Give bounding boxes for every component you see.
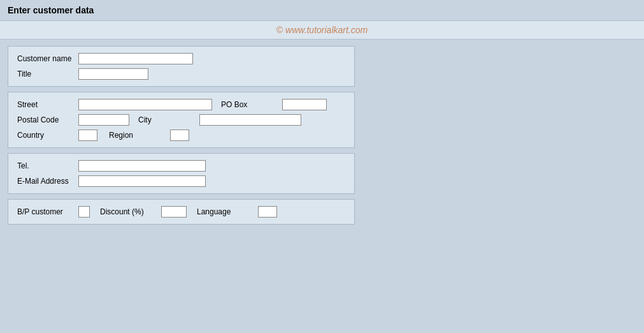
business-row: B/P customer Discount (%) Language (17, 206, 345, 218)
pobox-group: PO Box (221, 99, 327, 110)
bp-customer-label: B/P customer (17, 207, 75, 216)
discount-group: Discount (%) (100, 206, 187, 218)
title-label: Title (17, 70, 75, 78)
postal-city-row: Postal Code City (17, 114, 345, 126)
country-input[interactable] (78, 130, 97, 141)
postal-code-input[interactable] (78, 114, 129, 126)
watermark-text: © www.tutorialkart.com (276, 25, 368, 35)
discount-input[interactable] (161, 206, 187, 218)
city-label: City (138, 115, 196, 124)
customer-name-input[interactable] (78, 53, 193, 64)
tel-label: Tel. (17, 161, 75, 170)
customer-name-label: Customer name (17, 54, 75, 63)
city-input[interactable] (199, 114, 301, 126)
tel-row: Tel. (17, 160, 345, 172)
page-title: Enter customer data (0, 0, 644, 20)
city-group: City (138, 114, 301, 126)
bp-group: B/P customer (17, 206, 90, 218)
contact-info-section: Tel. E-Mail Address (8, 153, 355, 194)
language-label: Language (197, 207, 254, 216)
watermark-bar: © www.tutorialkart.com (0, 20, 644, 40)
street-row: Street PO Box (17, 99, 345, 110)
title-row: Title (17, 68, 345, 80)
personal-info-section: Customer name Title (8, 46, 355, 87)
email-input[interactable] (78, 175, 206, 187)
postal-code-label: Postal Code (17, 115, 75, 124)
region-group: Region (109, 130, 189, 141)
customer-name-row: Customer name (17, 53, 345, 64)
street-input[interactable] (78, 99, 212, 110)
street-label: Street (17, 100, 75, 109)
address-info-section: Street PO Box Postal Code City Country R… (8, 92, 355, 148)
discount-label: Discount (%) (100, 207, 157, 216)
title-input[interactable] (78, 68, 148, 80)
main-content: Customer name Title Street PO Box Postal… (0, 40, 644, 231)
language-group: Language (197, 206, 277, 218)
country-label: Country (17, 131, 75, 140)
bp-customer-input[interactable] (78, 206, 90, 218)
business-info-section: B/P customer Discount (%) Language (8, 199, 355, 225)
pobox-input[interactable] (282, 99, 327, 110)
email-label: E-Mail Address (17, 177, 75, 186)
region-label: Region (109, 131, 166, 140)
pobox-label: PO Box (221, 100, 278, 109)
title-text: Enter customer data (8, 5, 94, 15)
language-input[interactable] (258, 206, 277, 218)
country-region-row: Country Region (17, 130, 345, 141)
email-row: E-Mail Address (17, 175, 345, 187)
region-input[interactable] (170, 130, 189, 141)
tel-input[interactable] (78, 160, 206, 172)
